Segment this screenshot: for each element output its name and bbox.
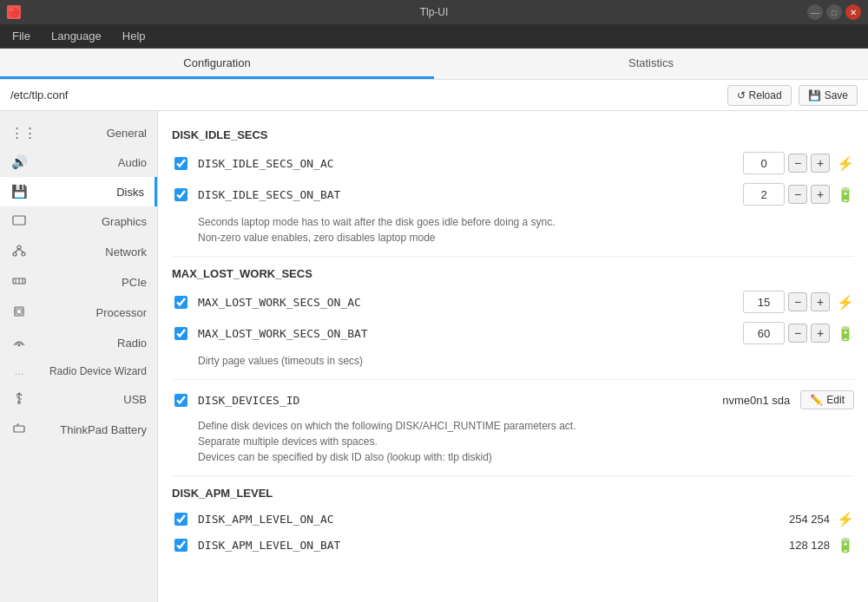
tabbar: Configuration Statistics <box>0 49 868 80</box>
setting-row-apm-ac: DISK_APM_LEVEL_ON_AC 254 254 ⚡ <box>172 510 854 527</box>
sidebar-item-audio[interactable]: 🔊 Audio <box>0 147 157 177</box>
checkbox-wrapper <box>172 186 189 203</box>
svg-point-1 <box>17 245 21 249</box>
radio-icon <box>10 335 28 351</box>
sidebar-item-label: Audio <box>36 156 147 169</box>
menubar: File Language Help <box>0 24 868 49</box>
disk-idle-ac-checkbox[interactable] <box>174 157 187 170</box>
close-button[interactable]: ✕ <box>845 4 861 20</box>
sidebar-item-label: PCIe <box>36 276 147 289</box>
menu-language[interactable]: Language <box>46 26 107 46</box>
sidebar-item-label: General <box>36 127 147 140</box>
disk-devices-edit-button[interactable]: ✏️ Edit <box>800 390 854 409</box>
disk-devices-value: nvme0n1 sda <box>722 394 790 407</box>
disk-idle-bat-increment[interactable]: + <box>811 185 830 204</box>
max-lost-ac-decrement[interactable]: − <box>788 292 807 311</box>
sidebar-item-network[interactable]: Network <box>0 237 157 267</box>
apm-bat-checkbox[interactable] <box>174 539 187 552</box>
section-disk-idle-secs: DISK_IDLE_SECS DISK_IDLE_SECS_ON_AC 0 − … <box>172 128 854 245</box>
sidebar-item-usb[interactable]: USB <box>0 384 157 415</box>
checkbox-wrapper <box>172 154 189 172</box>
minimize-button[interactable]: — <box>807 4 823 20</box>
bat-power-icon: 🔋 <box>837 186 854 203</box>
bat-power-icon-2: 🔋 <box>837 325 854 342</box>
max-lost-ac-increment[interactable]: + <box>811 292 830 311</box>
section-title-disk-apm: DISK_APM_LEVEL <box>172 487 854 500</box>
max-lost-bat-checkbox[interactable] <box>174 327 187 340</box>
max-lost-bat-increment[interactable]: + <box>811 324 830 343</box>
menu-file[interactable]: File <box>7 26 36 46</box>
apm-bat-name: DISK_APM_LEVEL_ON_BAT <box>198 539 752 552</box>
max-lost-bat-decrement[interactable]: − <box>788 324 807 343</box>
max-lost-ac-ctrl: 15 − + ⚡ <box>743 291 854 313</box>
disk-idle-bat-name: DISK_IDLE_SECS_ON_BAT <box>198 188 734 201</box>
max-lost-ac-checkbox[interactable] <box>174 296 187 309</box>
sidebar-item-disks[interactable]: 💾 Disks <box>0 177 157 206</box>
reload-button[interactable]: ↺ Reload <box>727 85 792 106</box>
sidebar-item-label: Disks <box>36 186 144 199</box>
maximize-button[interactable]: □ <box>826 4 842 20</box>
svg-line-5 <box>19 249 23 252</box>
sidebar-item-processor[interactable]: Processor <box>0 298 157 328</box>
svg-line-4 <box>15 249 19 252</box>
disk-devices-ctrl: nvme0n1 sda ✏️ Edit <box>722 390 854 409</box>
processor-icon <box>10 304 28 321</box>
content-area: DISK_IDLE_SECS DISK_IDLE_SECS_ON_AC 0 − … <box>158 111 868 602</box>
disk-idle-bat-checkbox[interactable] <box>174 188 187 201</box>
checkbox-wrapper <box>172 536 189 553</box>
tab-configuration[interactable]: Configuration <box>0 49 434 79</box>
titlebar-left: 🔴 <box>7 5 21 19</box>
sidebar-item-radio-wizard[interactable]: … Radio Device Wizard <box>0 358 157 384</box>
disk-idle-bat-value: 2 <box>743 183 785 206</box>
checkbox-wrapper <box>172 391 189 409</box>
app-icon: 🔴 <box>7 5 21 19</box>
pathbar-actions: ↺ Reload 💾 Save <box>727 85 858 106</box>
sidebar-item-radio[interactable]: Radio <box>0 328 157 358</box>
svg-point-12 <box>18 344 20 346</box>
app-title: Tlp-UI <box>420 6 449 18</box>
disk-devices-checkbox[interactable] <box>174 394 187 407</box>
max-lost-bat-ctrl: 60 − + 🔋 <box>743 322 854 344</box>
disk-devices-name: DISK_DEVICES_ID <box>198 394 713 407</box>
divider-2 <box>172 379 854 380</box>
svg-point-3 <box>22 252 25 256</box>
edit-icon: ✏️ <box>810 394 823 406</box>
section-disk-devices-id: DISK_DEVICES_ID nvme0n1 sda ✏️ Edit Defi… <box>172 390 854 465</box>
disk-idle-description: Seconds laptop mode has to wait after th… <box>198 214 854 245</box>
sidebar-item-graphics[interactable]: Graphics <box>0 206 157 237</box>
window-controls: — □ ✕ <box>807 4 861 20</box>
sidebar-item-pcie[interactable]: PCIe <box>0 267 157 298</box>
setting-row-apm-bat: DISK_APM_LEVEL_ON_BAT 128 128 🔋 <box>172 536 854 553</box>
save-icon: 💾 <box>808 89 821 101</box>
apm-ac-name: DISK_APM_LEVEL_ON_AC <box>198 513 752 526</box>
sidebar-item-general[interactable]: ⋮⋮ General <box>0 118 157 147</box>
save-button[interactable]: 💾 Save <box>799 85 858 106</box>
pathbar: /etc/tlp.conf ↺ Reload 💾 Save <box>0 80 868 111</box>
disk-idle-ac-value: 0 <box>743 152 785 174</box>
sidebar-item-thinkpad[interactable]: ThinkPad Battery <box>0 415 157 445</box>
sidebar-item-label: Radio <box>36 337 147 350</box>
max-lost-ac-name: MAX_LOST_WORK_SECS_ON_AC <box>198 296 734 309</box>
disk-idle-ac-increment[interactable]: + <box>811 154 830 173</box>
tab-statistics[interactable]: Statistics <box>434 49 868 79</box>
ac-power-icon: ⚡ <box>837 155 854 172</box>
section-title-disk-idle-secs: DISK_IDLE_SECS <box>172 128 854 141</box>
svg-rect-17 <box>14 426 24 432</box>
apm-ac-checkbox[interactable] <box>174 513 187 526</box>
max-lost-bat-value: 60 <box>743 322 785 344</box>
disk-idle-bat-decrement[interactable]: − <box>788 185 807 204</box>
menu-help[interactable]: Help <box>117 26 151 46</box>
max-lost-bat-name: MAX_LOST_WORK_SECS_ON_BAT <box>198 327 734 340</box>
disks-icon: 💾 <box>10 184 28 200</box>
disk-idle-ac-decrement[interactable]: − <box>788 154 807 173</box>
sidebar: ⋮⋮ General 🔊 Audio 💾 Disks Graphics <box>0 111 158 602</box>
main-layout: ⋮⋮ General 🔊 Audio 💾 Disks Graphics <box>0 111 868 602</box>
titlebar: 🔴 Tlp-UI — □ ✕ <box>0 0 868 24</box>
section-disk-apm-level: DISK_APM_LEVEL DISK_APM_LEVEL_ON_AC 254 … <box>172 487 854 553</box>
apm-ac-value: 254 254 <box>760 513 830 526</box>
apm-bat-value: 128 128 <box>760 539 830 552</box>
thinkpad-icon <box>10 422 28 438</box>
disk-idle-ac-ctrl: 0 − + ⚡ <box>743 152 854 174</box>
setting-row-disk-idle-bat: DISK_IDLE_SECS_ON_BAT 2 − + 🔋 <box>172 183 854 206</box>
pcie-icon <box>10 274 28 291</box>
